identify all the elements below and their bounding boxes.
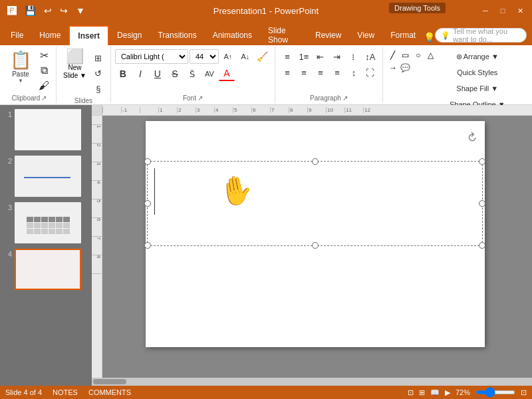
slide-thumb-4[interactable]: 4	[3, 249, 89, 290]
bullets-button[interactable]: ≡	[279, 49, 295, 64]
undo-button[interactable]: ↩	[42, 4, 54, 17]
paste-arrow[interactable]: ▼	[18, 78, 23, 84]
slideshow-icon[interactable]: ▶	[445, 388, 450, 397]
tell-me-placeholder[interactable]: Tell me what you want to do...	[453, 27, 521, 43]
h-scroll-thumb[interactable]	[93, 379, 126, 384]
tab-slideshow[interactable]: Slide Show	[260, 25, 307, 45]
layout-button[interactable]: ⊞	[90, 51, 106, 65]
tab-design[interactable]: Design	[109, 25, 150, 45]
handle-ml[interactable]	[144, 200, 151, 207]
maximize-button[interactable]: □	[496, 4, 509, 17]
slide-img-2[interactable]	[15, 156, 81, 197]
new-slide-button[interactable]: ⬜ NewSlide ▼	[61, 48, 89, 81]
rotation-icon[interactable]: ↻	[463, 129, 480, 146]
reset-button[interactable]: ↺	[90, 66, 106, 80]
slide-img-4[interactable]	[15, 249, 81, 290]
italic-button[interactable]: I	[132, 66, 148, 81]
handle-br[interactable]	[479, 242, 485, 249]
font-name-select[interactable]: Calibri Light (	[115, 49, 188, 64]
quick-styles-button[interactable]: Quick Styles	[450, 65, 505, 80]
char-spacing-button[interactable]: AV	[201, 66, 217, 81]
shape-line[interactable]: ╱	[387, 49, 399, 61]
handle-bl[interactable]	[144, 242, 151, 249]
font-group: Calibri Light ( 44 A↑ A↓ 🧹 B I U S S̈ AV…	[111, 47, 275, 103]
tab-view[interactable]: View	[349, 25, 382, 45]
minimize-button[interactable]: ─	[479, 4, 492, 17]
text-direction-button[interactable]: ↕A	[362, 49, 378, 64]
close-button[interactable]: ✕	[513, 4, 527, 17]
tab-insert[interactable]: Insert	[68, 25, 109, 45]
main-area: 1 2 3 4	[0, 105, 532, 386]
font-expand-icon[interactable]: ↗	[198, 94, 203, 102]
shape-fill-button[interactable]: Shape Fill ▼	[450, 81, 505, 96]
align-left-button[interactable]: ≡	[279, 65, 295, 80]
tab-animations[interactable]: Animations	[205, 25, 260, 45]
tab-format[interactable]: Format	[382, 25, 424, 45]
handle-tm[interactable]	[312, 158, 319, 165]
strikethrough-button[interactable]: S	[167, 66, 183, 81]
bold-button[interactable]: B	[115, 66, 131, 81]
slide-thumb-1[interactable]: 1	[3, 109, 89, 150]
underline-button[interactable]: U	[150, 66, 166, 81]
slide-img-1[interactable]	[15, 109, 81, 150]
copy-button[interactable]: ⧉	[36, 63, 52, 78]
paragraph-group: ≡ 1≡ ⇤ ⇥ ⫶ ↕A ≡ ≡ ≡ ≡ ↕ ⛶ Paragraph ↗	[275, 47, 383, 103]
comments-button[interactable]: COMMENTS	[88, 388, 131, 396]
slide-sorter-icon[interactable]: ⊞	[419, 388, 425, 397]
font-label: Font ↗	[183, 93, 203, 102]
more-qat-button[interactable]: ▼	[74, 4, 87, 17]
handle-tr[interactable]	[479, 158, 485, 165]
slide-thumb-3[interactable]: 3	[3, 202, 89, 243]
cut-button[interactable]: ✂	[36, 48, 52, 63]
canvas-area[interactable]: -1 1 2 3 4 5 6 7 8 9 10 11 12 1	[92, 105, 532, 386]
handle-mr[interactable]	[479, 200, 485, 207]
numbering-button[interactable]: 1≡	[296, 49, 312, 64]
increase-indent-button[interactable]: ⇥	[329, 49, 345, 64]
justify-button[interactable]: ≡	[329, 65, 345, 80]
handle-tl[interactable]	[144, 158, 151, 165]
zoom-slider[interactable]	[475, 390, 515, 394]
slide-thumb-2[interactable]: 2	[3, 156, 89, 197]
tab-file[interactable]: File	[3, 25, 31, 45]
tell-me-input[interactable]: 💡 Tell me what you want to do...	[435, 28, 527, 43]
smart-art-button[interactable]: ⛶	[362, 65, 378, 80]
shape-oval[interactable]: ○	[412, 49, 424, 61]
text-selection-box[interactable]	[147, 161, 483, 246]
shadow-button[interactable]: S̈	[184, 66, 200, 81]
slide-canvas[interactable]: ↻	[146, 121, 485, 347]
shape-arrow[interactable]: →	[387, 62, 399, 74]
slide-num-2: 2	[3, 157, 12, 165]
line-spacing-button[interactable]: ↕	[346, 65, 362, 80]
tab-home[interactable]: Home	[31, 25, 68, 45]
redo-button[interactable]: ↪	[58, 4, 70, 17]
format-painter-button[interactable]: 🖌	[36, 78, 52, 93]
fit-button[interactable]: ⊡	[521, 388, 527, 397]
align-right-button[interactable]: ≡	[313, 65, 329, 80]
paste-button[interactable]: 📋 Paste ▼	[7, 48, 35, 86]
clipboard-expand-icon[interactable]: ↗	[41, 94, 47, 102]
tab-transitions[interactable]: Transitions	[150, 25, 204, 45]
save-button[interactable]: 💾	[23, 4, 38, 17]
notes-button[interactable]: NOTES	[53, 388, 78, 396]
increase-font-button[interactable]: A↑	[220, 49, 236, 64]
arrange-button[interactable]: ⊛ Arrange ▼	[450, 49, 505, 64]
align-center-button[interactable]: ≡	[296, 65, 312, 80]
decrease-indent-button[interactable]: ⇤	[313, 49, 329, 64]
clear-format-button[interactable]: 🧹	[255, 49, 271, 64]
slide-img-3[interactable]	[15, 202, 81, 243]
tab-review[interactable]: Review	[307, 25, 349, 45]
normal-view-icon[interactable]: ⊡	[408, 388, 414, 397]
section-button[interactable]: §	[90, 81, 106, 96]
reading-view-icon[interactable]: 📖	[430, 388, 440, 397]
slide-area[interactable]: ↻ 🤚	[102, 116, 532, 378]
handle-bm[interactable]	[312, 242, 319, 249]
font-color-button[interactable]: A	[219, 66, 235, 81]
columns-button[interactable]: ⫶	[346, 49, 362, 64]
decrease-font-button[interactable]: A↓	[237, 49, 253, 64]
shape-callout[interactable]: 💬	[400, 62, 412, 74]
shape-triangle[interactable]: △	[425, 49, 437, 61]
font-size-select[interactable]: 44	[190, 49, 219, 64]
horizontal-scrollbar[interactable]	[92, 378, 532, 386]
shape-rect[interactable]: ▭	[400, 49, 412, 61]
paragraph-expand-icon[interactable]: ↗	[342, 94, 348, 102]
